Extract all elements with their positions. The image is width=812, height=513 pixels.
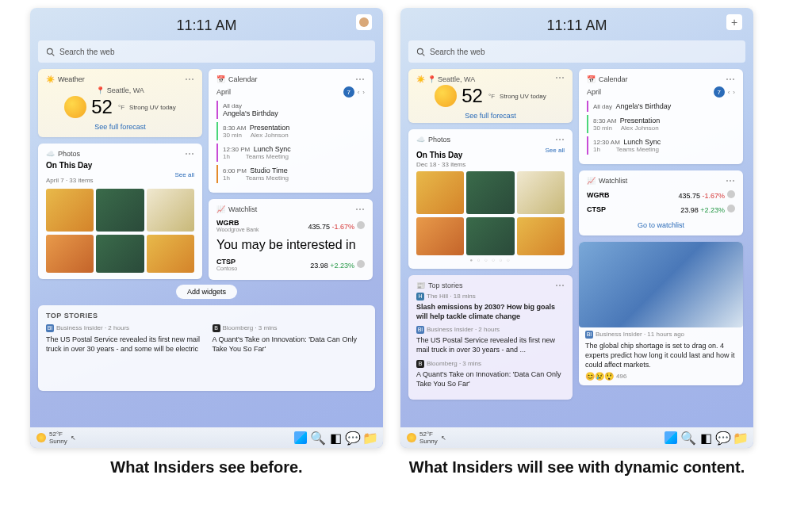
calendar-event[interactable]: 12:30 PM Lunch Sync1h Teams Meeting bbox=[216, 144, 365, 162]
taskbar: 52°FSunny↖ 🔍 ◧ 💬 📁 bbox=[400, 427, 753, 448]
calendar-event[interactable]: 8:30 AM Presentation30 min Alex Johnson bbox=[216, 122, 365, 140]
widgets-panel-after: + 11:11 AM Search the web ☀️ 📍 Seattle, … bbox=[400, 8, 753, 448]
featured-news-widget[interactable]: BIBusiness Insider · 11 hours ago The gl… bbox=[579, 242, 743, 385]
clock: 11:11 AM bbox=[408, 17, 745, 34]
calendar-event[interactable]: 8:30 AM Presentation30 min Alex Johnson bbox=[587, 115, 735, 133]
chevron-left-icon[interactable]: ‹ bbox=[358, 89, 360, 96]
photo-thumb[interactable] bbox=[46, 235, 94, 273]
search-input[interactable]: Search the web bbox=[38, 40, 375, 63]
forecast-link[interactable]: See full forecast bbox=[46, 123, 194, 131]
watchlist-link[interactable]: Go to watchlist bbox=[587, 221, 735, 229]
calendar-widget[interactable]: 📅 Calendar⋯ April7‹› All day Angela's Bi… bbox=[579, 69, 743, 164]
more-icon[interactable]: ⋯ bbox=[726, 77, 735, 82]
add-widgets-button[interactable]: Add widgets bbox=[176, 285, 237, 299]
chat-icon[interactable]: 💬 bbox=[717, 431, 730, 444]
photo-thumb[interactable] bbox=[46, 189, 94, 232]
chat-icon[interactable]: 💬 bbox=[347, 431, 359, 444]
taskbar: 52°FSunny↖ 🔍 ◧ 💬 📁 bbox=[30, 427, 383, 448]
news-item[interactable]: BBloomberg · 3 minsA Quant's Take on Inn… bbox=[416, 360, 565, 389]
search-icon[interactable]: 🔍 bbox=[682, 431, 695, 444]
weather-widget[interactable]: ☀️ 📍 Seattle, WA⋯ 52°FStrong UV today Se… bbox=[408, 69, 573, 123]
start-button[interactable] bbox=[294, 431, 307, 444]
chevron-left-icon[interactable]: ‹ bbox=[728, 89, 730, 96]
watchlist-widget[interactable]: 📈 Watchlist⋯ WGRBWoodgrove Bank435.75 -1… bbox=[209, 199, 373, 280]
caption-before: What Insiders see before. bbox=[30, 457, 383, 477]
photo-thumb[interactable] bbox=[466, 217, 514, 255]
calendar-widget[interactable]: 📅 Calendar⋯ April7‹› All dayAngela's Bir… bbox=[209, 69, 373, 193]
search-placeholder: Search the web bbox=[430, 48, 485, 56]
photo-thumb[interactable] bbox=[466, 171, 514, 214]
photos-widget[interactable]: ☁️ Photos⋯ On This Day April 7 · 33 item… bbox=[38, 144, 202, 279]
weather-title: ☀️ Weather bbox=[46, 75, 85, 83]
more-icon[interactable]: ⋯ bbox=[355, 207, 365, 212]
chevron-right-icon[interactable]: › bbox=[362, 89, 365, 96]
more-icon[interactable]: ⋯ bbox=[355, 77, 365, 82]
clock: 11:11 AM bbox=[38, 17, 375, 34]
weather-icon bbox=[407, 433, 416, 442]
photo-thumb[interactable] bbox=[147, 235, 194, 273]
top-stories-card: TOP STORIES BIBusiness Insider · 2 hours… bbox=[38, 305, 375, 391]
news-item[interactable]: BIBusiness Insider · 2 hoursThe US Posta… bbox=[416, 326, 565, 354]
calendar-event[interactable]: All day Angela's Birthday bbox=[587, 101, 735, 112]
more-icon[interactable]: ⋯ bbox=[185, 151, 194, 156]
photo-thumb[interactable] bbox=[517, 171, 565, 214]
stock-row[interactable]: CTSPContoso23.98 +2.23% bbox=[216, 255, 365, 274]
calendar-title: 📅 Calendar bbox=[216, 75, 258, 83]
photo-thumb[interactable] bbox=[416, 171, 464, 214]
news-image bbox=[579, 242, 743, 327]
see-all-link[interactable]: See all bbox=[175, 171, 194, 178]
more-icon[interactable]: ⋯ bbox=[555, 283, 565, 288]
add-button[interactable]: + bbox=[726, 14, 742, 30]
more-icon[interactable]: ⋯ bbox=[555, 137, 565, 142]
stock-row[interactable]: WGRB435.75 -1.67% bbox=[587, 188, 735, 202]
weather-location: 📍 Seattle, WA bbox=[46, 86, 194, 94]
more-icon[interactable]: ⋯ bbox=[185, 77, 194, 82]
svg-point-2 bbox=[417, 48, 423, 54]
photos-widget[interactable]: ☁️ Photos⋯ On This DaySee all Dec 18 · 3… bbox=[408, 129, 573, 269]
svg-line-1 bbox=[52, 53, 55, 56]
news-item[interactable]: BIBusiness Insider · 2 hoursThe US Posta… bbox=[46, 324, 201, 354]
photo-thumb[interactable] bbox=[517, 217, 565, 255]
user-avatar[interactable] bbox=[356, 14, 372, 30]
start-button[interactable] bbox=[665, 431, 677, 444]
more-icon[interactable]: ⋯ bbox=[726, 178, 735, 183]
photos-title: ☁️ Photos bbox=[46, 150, 80, 158]
photo-thumb[interactable] bbox=[96, 235, 144, 273]
calendar-event[interactable]: 12:30 AM Lunch Sync1h Teams Meeting bbox=[587, 136, 735, 155]
weather-icon bbox=[36, 433, 46, 442]
calendar-event[interactable]: 6:00 PM Studio Time1h Teams Meeting bbox=[216, 165, 365, 183]
explorer-icon[interactable]: 📁 bbox=[734, 431, 747, 444]
watchlist-title: 📈 Watchlist bbox=[216, 205, 257, 213]
photo-thumb[interactable] bbox=[96, 189, 144, 232]
search-icon[interactable]: 🔍 bbox=[312, 431, 324, 444]
widgets-panel-before: 11:11 AM Search the web ☀️ Weather⋯ 📍 Se… bbox=[30, 8, 383, 448]
photo-thumb[interactable] bbox=[147, 189, 194, 232]
sun-icon bbox=[435, 85, 457, 107]
sun-icon bbox=[64, 96, 86, 118]
svg-line-3 bbox=[423, 53, 425, 56]
cursor-icon: ↖ bbox=[441, 435, 446, 442]
stock-row[interactable]: WGRBWoodgrove Bank435.75 -1.67% bbox=[216, 216, 365, 235]
see-all-link[interactable]: See all bbox=[546, 147, 565, 154]
cursor-icon: ↖ bbox=[71, 435, 76, 442]
weather-widget[interactable]: ☀️ Weather⋯ 📍 Seattle, WA 52°FStrong UV … bbox=[38, 69, 202, 137]
news-item[interactable]: HThe Hill · 18 minsSlash emissions by 20… bbox=[416, 293, 565, 321]
photo-thumb[interactable] bbox=[416, 217, 464, 255]
news-item[interactable]: BBloomberg · 3 minsA Quant's Take on Inn… bbox=[213, 324, 368, 354]
forecast-link[interactable]: See full forecast bbox=[416, 112, 565, 120]
explorer-icon[interactable]: 📁 bbox=[364, 431, 377, 444]
more-icon[interactable]: ⋯ bbox=[555, 75, 565, 83]
calendar-event[interactable]: All dayAngela's Birthday bbox=[216, 101, 365, 119]
chevron-right-icon[interactable]: › bbox=[733, 89, 735, 96]
caption-after: What Insiders will see with dynamic cont… bbox=[400, 457, 753, 477]
watchlist-widget[interactable]: 📈 Watchlist⋯ WGRB435.75 -1.67% CTSP23.98… bbox=[579, 170, 743, 235]
stock-row[interactable]: CTSP23.98 +2.23% bbox=[587, 202, 735, 216]
search-input[interactable]: Search the web bbox=[408, 40, 745, 63]
svg-point-0 bbox=[47, 48, 52, 54]
search-placeholder: Search the web bbox=[59, 48, 115, 56]
top-stories-widget[interactable]: 📰 Top stories⋯ HThe Hill · 18 minsSlash … bbox=[408, 275, 573, 400]
taskview-icon[interactable]: ◧ bbox=[699, 431, 712, 444]
taskview-icon[interactable]: ◧ bbox=[329, 431, 342, 444]
